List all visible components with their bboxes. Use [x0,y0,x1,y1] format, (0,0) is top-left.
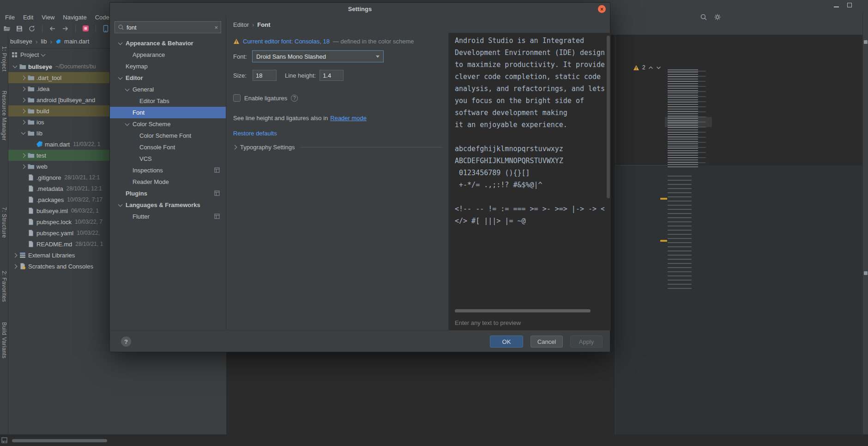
tool-strip-button[interactable]: 2: Favorites [1,271,7,302]
ligatures-help-icon[interactable]: ? [291,95,298,102]
menu-item-navigate[interactable]: Navigate [59,14,90,21]
menu-item-edit[interactable]: Edit [19,14,37,21]
font-preview-panel[interactable]: Android Studio is an IntegratedDevelopme… [448,33,611,330]
font-preview-text[interactable]: Android Studio is an IntegratedDevelopme… [455,35,604,227]
chevron-down-icon[interactable] [116,43,124,44]
minimize-button[interactable] [834,2,839,7]
settings-tree-item[interactable]: Plugins [110,188,226,199]
chevron-down-icon[interactable] [19,132,27,134]
dialog-title: Settings [110,3,610,16]
chevron-right-icon[interactable] [19,98,27,102]
restore-defaults-link[interactable]: Restore defaults [233,130,277,137]
back-icon[interactable] [49,25,56,32]
settings-tree-item[interactable]: VCS [110,153,226,165]
size-input[interactable]: 18 [253,70,277,81]
chevron-right-icon[interactable] [11,254,19,257]
chevron-down-icon[interactable] [656,66,661,69]
settings-tree-item[interactable]: Languages & Frameworks [110,199,226,211]
combo-arrow-icon [376,55,380,58]
horizontal-scrollbar[interactable] [12,439,107,442]
settings-tree-item[interactable]: Editor [110,72,226,84]
phone-icon [102,25,109,32]
settings-search-input[interactable] [127,24,212,31]
cancel-button[interactable]: Cancel [530,336,563,348]
settings-tree-item[interactable]: Color Scheme [110,118,226,130]
settings-tree-item[interactable]: Color Scheme Font [110,130,226,141]
right-strip-icon[interactable] [864,40,868,44]
chevron-right-icon[interactable] [19,165,27,168]
breadcrumb-item[interactable]: bullseye [10,38,32,45]
sync-icon[interactable] [28,25,36,32]
settings-tree-item[interactable]: Keymap [110,61,226,72]
preview-line: +-*/= .,;:!? #&$%@|^ [455,179,604,191]
close-button[interactable]: × [598,5,606,13]
chevron-right-icon[interactable] [19,121,27,124]
share-icon [214,190,220,196]
open-folder-icon[interactable] [3,25,11,32]
reader-mode-link[interactable]: Reader mode [330,115,367,122]
preview-line: Development Environment (IDE) designed [455,47,604,59]
settings-tree-item[interactable]: Editor Tabs [110,95,226,107]
save-icon[interactable] [16,25,23,32]
settings-tree-item[interactable]: Console Font [110,141,226,153]
chevron-down-icon[interactable] [11,66,19,67]
editor-split-divider [615,35,615,434]
tool-strip-button[interactable]: 1: Project [1,46,7,72]
settings-tree-item[interactable]: Appearance & Behavior [110,37,226,49]
line-height-input[interactable]: 1.4 [319,70,344,81]
ide-settings-gear-icon[interactable] [714,13,721,21]
right-strip-icon[interactable] [864,271,868,275]
settings-tree-item[interactable]: General [110,84,226,95]
chevron-up-icon[interactable] [648,66,653,69]
typography-settings-section[interactable]: Typography Settings [233,144,442,151]
breadcrumb-item[interactable]: lib [41,38,47,45]
breadcrumb-section[interactable]: Editor [233,21,249,28]
breadcrumb-item[interactable]: main.dart [64,38,89,45]
minimap-viewport[interactable] [665,117,712,127]
tool-strip-button[interactable]: 7: Structure [1,207,7,238]
settings-tree-item[interactable]: Font [110,107,226,118]
editor-pane-divider [615,165,668,165]
chevron-right-icon[interactable] [19,154,27,157]
folder-icon [27,74,35,81]
chevron-down-icon[interactable] [116,204,124,206]
clear-search-icon[interactable]: × [214,24,218,31]
help-button[interactable]: ? [121,336,131,347]
scrollbar-warning-mark[interactable] [660,240,667,242]
chevron-right-icon[interactable] [19,110,27,113]
chevron-right-icon[interactable] [19,87,27,91]
chevron-down-icon[interactable] [116,77,124,79]
maximize-button[interactable] [847,3,852,7]
apply-button[interactable]: Apply [570,336,603,348]
tool-strip-button[interactable]: Resource Manager [1,91,7,141]
enable-ligatures-checkbox[interactable] [233,94,241,102]
settings-tree-item[interactable]: Inspections [110,165,226,176]
font-family-combobox[interactable]: Droid Sans Mono Slashed [252,50,384,62]
tree-item-label: web [36,163,48,170]
settings-search[interactable]: × [115,21,221,33]
forward-icon[interactable] [61,25,69,32]
ok-button[interactable]: OK [490,336,523,348]
settings-tree-item[interactable]: Reader Mode [110,176,226,188]
preview-horizontal-scrollbar[interactable] [455,309,591,312]
window-controls [834,2,852,7]
menu-item-file[interactable]: File [1,14,19,21]
settings-tree-item[interactable]: Flutter [110,211,226,222]
run-config-icon[interactable] [82,25,89,32]
toolwindow-toggle-icon[interactable] [1,437,7,443]
chevron-right-icon[interactable] [19,76,27,79]
menu-item-view[interactable]: View [37,14,59,21]
settings-tree-item[interactable]: Appearance [110,49,226,61]
current-font-link[interactable]: Current editor font: Consolas, 18 [243,38,330,45]
preview-vertical-scrollbar[interactable] [607,36,610,198]
libs-icon [19,251,26,259]
editor-minimap-lower[interactable] [668,176,711,291]
scrollbar-warning-mark[interactable] [660,198,667,200]
chevron-right-icon[interactable] [11,265,19,268]
chevron-down-icon[interactable] [123,89,131,91]
breadcrumb-separator: › [36,38,38,45]
tool-strip-button[interactable]: Build Variants [1,322,7,359]
search-everywhere-icon[interactable] [700,13,707,21]
settings-tree-label: General [133,86,154,93]
chevron-down-icon[interactable] [123,123,131,125]
